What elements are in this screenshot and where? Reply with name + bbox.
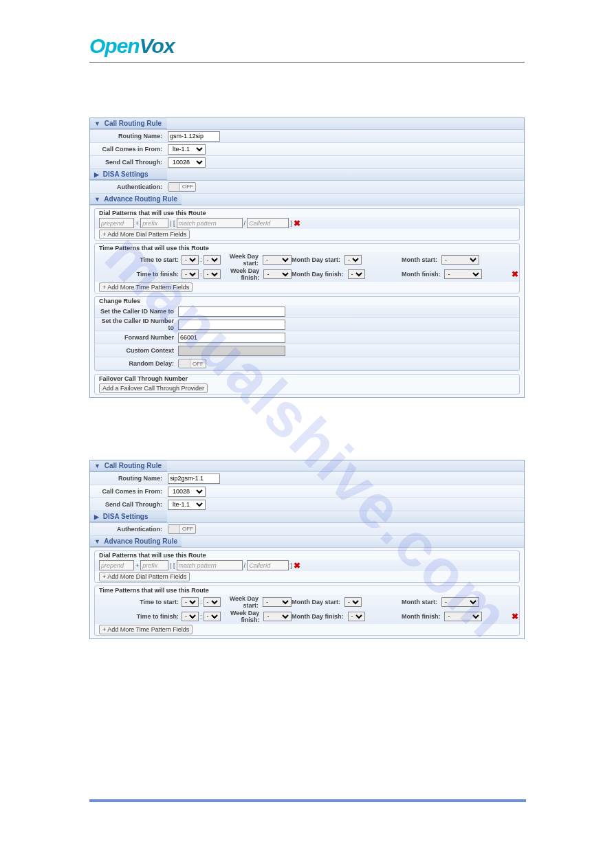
add-time-pattern-button[interactable]: + Add More Time Pattern Fields: [99, 282, 193, 292]
random-delay-label: Random Delay:: [95, 360, 178, 367]
dial-pattern-row: + | [ / ] ✖: [95, 217, 519, 229]
call-comes-in-select[interactable]: lte-1.1: [168, 144, 206, 155]
forward-number-input[interactable]: [178, 333, 285, 343]
routing-name-input[interactable]: [168, 131, 220, 142]
callerid-input[interactable]: [247, 560, 289, 570]
prepend-input[interactable]: [99, 218, 134, 228]
section-title: DISA Settings: [103, 170, 149, 178]
header-divider: [89, 62, 525, 63]
logo-open: Open: [89, 34, 140, 57]
chevron-down-icon: ▼: [94, 463, 100, 469]
monthday-finish[interactable]: -: [348, 612, 365, 621]
send-call-through-select[interactable]: lte-1.1: [168, 500, 206, 510]
add-dial-pattern-button[interactable]: + Add More Dial Pattern Fields: [99, 230, 190, 239]
authentication-label: Authentication:: [90, 183, 166, 190]
section-disa[interactable]: ▶ DISA Settings: [90, 511, 167, 522]
time-start-hr[interactable]: -: [182, 597, 199, 607]
section-title: DISA Settings: [103, 513, 149, 520]
delete-icon[interactable]: ✖: [294, 219, 300, 228]
routing-name-label: Routing Name:: [90, 133, 166, 140]
prepend-input[interactable]: [99, 560, 134, 570]
delete-icon[interactable]: ✖: [294, 561, 300, 570]
call-comes-in-label: Call Comes in From:: [90, 488, 166, 495]
time-start-label: Time to start:: [99, 256, 182, 263]
row-send-call-through: Send Call Through: 10028: [90, 156, 524, 169]
weekday-finish[interactable]: -: [263, 612, 292, 621]
chevron-down-icon: ▼: [94, 538, 100, 545]
dial-patterns-group: Dial Patterns that will use this Route +…: [94, 550, 520, 583]
delete-icon[interactable]: ✖: [512, 269, 518, 279]
caller-id-number-input[interactable]: [178, 320, 285, 330]
routing-name-input[interactable]: [168, 474, 220, 484]
time-finish-min[interactable]: -: [204, 269, 221, 279]
row-call-comes-in: Call Comes in From: lte-1.1: [90, 143, 524, 156]
call-comes-in-select[interactable]: 10028: [168, 487, 206, 497]
routing-panel-2: ▼ Call Routing Rule Routing Name: Call C…: [89, 460, 525, 639]
weekday-finish[interactable]: -: [263, 269, 292, 279]
authentication-label: Authentication:: [90, 526, 166, 533]
failover-title: Failover Call Through Number: [95, 375, 519, 383]
custom-context-input: [178, 346, 285, 356]
month-start[interactable]: -: [441, 597, 479, 607]
dial-patterns-title: Dial Patterns that will use this Route: [95, 209, 519, 217]
prefix-input[interactable]: [140, 218, 168, 228]
monthday-start[interactable]: -: [344, 597, 362, 607]
change-rules-group: Change Rules Set the Caller ID Name to S…: [94, 296, 520, 371]
section-call-routing[interactable]: ▼ Call Routing Rule: [90, 460, 167, 471]
time-start-hr[interactable]: -: [182, 255, 199, 265]
add-time-pattern-button[interactable]: + Add More Time Pattern Fields: [99, 625, 193, 634]
authentication-toggle[interactable]: OFF: [168, 182, 196, 192]
chevron-down-icon: ▼: [94, 120, 100, 127]
weekday-start[interactable]: -: [263, 255, 292, 265]
logo-vox: Vox: [140, 34, 175, 57]
chevron-down-icon: ▼: [94, 196, 100, 203]
send-call-through-label: Send Call Through:: [90, 501, 166, 508]
chevron-right-icon: ▶: [94, 513, 99, 520]
section-title: Advance Routing Rule: [104, 195, 177, 203]
call-comes-in-label: Call Comes in From:: [90, 146, 166, 153]
time-start-min[interactable]: -: [204, 597, 221, 607]
chevron-right-icon: ▶: [94, 171, 99, 178]
time-finish-label: Time to finish:: [99, 271, 182, 278]
routing-name-label: Routing Name:: [90, 475, 166, 482]
section-title: Call Routing Rule: [105, 120, 162, 127]
failover-group: Failover Call Through Number Add a Failo…: [94, 374, 520, 394]
month-finish[interactable]: -: [444, 269, 482, 279]
callerid-input[interactable]: [247, 218, 289, 228]
match-pattern-input[interactable]: [177, 560, 243, 570]
section-title: Advance Routing Rule: [104, 537, 177, 545]
caller-id-name-input[interactable]: [178, 307, 285, 317]
time-finish-min[interactable]: -: [204, 612, 221, 621]
section-advance-routing[interactable]: ▼ Advance Routing Rule: [90, 536, 182, 547]
month-finish[interactable]: -: [444, 612, 482, 621]
section-advance-routing[interactable]: ▼ Advance Routing Rule: [90, 194, 182, 205]
section-call-routing[interactable]: ▼ Call Routing Rule: [90, 118, 167, 129]
time-start-min[interactable]: -: [204, 255, 221, 265]
row-authentication: Authentication: OFF: [90, 181, 524, 194]
send-call-through-select[interactable]: 10028: [168, 157, 206, 168]
time-patterns-title: Time Patterns that will use this Route: [95, 244, 519, 252]
authentication-toggle[interactable]: OFF: [168, 524, 196, 534]
weekday-start[interactable]: -: [263, 597, 292, 607]
logo: OpenVox: [89, 34, 525, 58]
delete-icon[interactable]: ✖: [512, 612, 518, 621]
monthday-start[interactable]: -: [344, 255, 362, 265]
section-disa[interactable]: ▶ DISA Settings: [90, 169, 167, 180]
month-start[interactable]: -: [441, 255, 479, 265]
time-finish-hr[interactable]: -: [182, 269, 199, 279]
match-pattern-input[interactable]: [177, 218, 243, 228]
time-finish-hr[interactable]: -: [182, 612, 199, 621]
dial-patterns-title: Dial Patterns that will use this Route: [95, 551, 519, 559]
add-failover-button[interactable]: Add a Failover Call Through Provider: [99, 383, 208, 393]
row-routing-name: Routing Name:: [90, 130, 524, 143]
add-dial-pattern-button[interactable]: + Add More Dial Pattern Fields: [99, 572, 190, 581]
time-patterns-group: Time Patterns that will use this Route T…: [94, 243, 520, 293]
section-title: Call Routing Rule: [105, 462, 162, 469]
prefix-input[interactable]: [140, 560, 168, 570]
forward-number-label: Forward Number: [95, 334, 178, 341]
caller-id-name-label: Set the Caller ID Name to: [95, 308, 178, 315]
caller-id-number-label: Set the Caller ID Number to: [95, 318, 178, 331]
monthday-finish[interactable]: -: [348, 269, 365, 279]
random-delay-toggle[interactable]: OFF: [178, 359, 206, 368]
time-patterns-title: Time Patterns that will use this Route: [95, 586, 519, 594]
